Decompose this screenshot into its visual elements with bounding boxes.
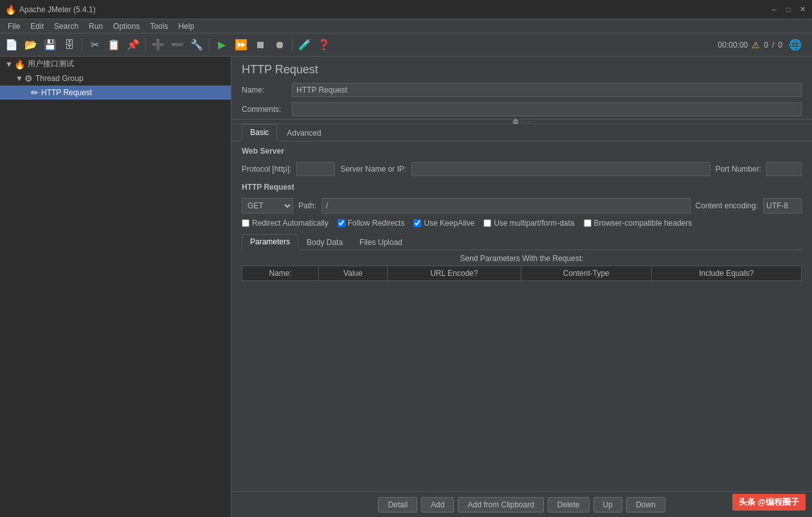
tab-advanced[interactable]: Advanced bbox=[278, 125, 329, 141]
down-button[interactable]: Down bbox=[626, 497, 665, 512]
copy-button[interactable]: 📋 bbox=[105, 36, 123, 54]
tabs-bar: Basic Advanced bbox=[231, 124, 812, 141]
col-include-equals: Include Equals? bbox=[651, 266, 801, 281]
tree-http-icon: ✏ bbox=[31, 87, 39, 98]
detail-button[interactable]: Detail bbox=[378, 497, 417, 512]
timer-value: 00:00:00 bbox=[718, 41, 748, 50]
start-button[interactable]: ▶ bbox=[213, 36, 231, 54]
tree-thread-group[interactable]: ▼ ⚙ Thread Group bbox=[0, 71, 231, 86]
title-bar: 🔥 Apache JMeter (5.4.1) ─ □ ✕ bbox=[0, 0, 812, 19]
follow-redirect-input[interactable] bbox=[338, 219, 345, 227]
resize-handle[interactable] bbox=[229, 57, 231, 517]
delete-button[interactable]: Delete bbox=[548, 497, 590, 512]
name-input[interactable] bbox=[292, 83, 802, 97]
redirect-auto-label: Redirect Automatically bbox=[252, 219, 329, 228]
sub-tab-files-upload[interactable]: Files Upload bbox=[351, 235, 411, 249]
left-panel: ▼ 🔥 用户接口测试 ▼ ⚙ Thread Group ✏ HTTP Reque… bbox=[0, 57, 231, 517]
menu-edit[interactable]: Edit bbox=[25, 21, 49, 32]
clear-button[interactable]: 🔧 bbox=[188, 36, 206, 54]
tree-thread-icon: ⚙ bbox=[24, 73, 33, 84]
use-keepalive-checkbox[interactable]: Use KeepAlive bbox=[413, 219, 474, 228]
minimize-button[interactable]: ─ bbox=[770, 5, 779, 14]
tab-basic[interactable]: Basic bbox=[242, 124, 277, 141]
save-as-button[interactable]: 🗄 bbox=[60, 36, 78, 54]
browser-compat-checkbox[interactable]: Browser-compatible headers bbox=[584, 219, 692, 228]
tree-expand-thread[interactable]: ▼ bbox=[15, 74, 23, 83]
shutdown-button[interactable]: ⏺ bbox=[271, 36, 289, 54]
use-multipart-checkbox[interactable]: Use multipart/form-data bbox=[483, 219, 574, 228]
tree-root-icon: 🔥 bbox=[14, 59, 25, 69]
maximize-button[interactable]: □ bbox=[784, 5, 793, 14]
tree-expand-root[interactable]: ▼ bbox=[5, 60, 13, 69]
redirect-auto-checkbox[interactable]: Redirect Automatically bbox=[242, 219, 329, 228]
basic-tab-content: Web Server Protocol [http]: Server Name … bbox=[231, 141, 812, 428]
browser-compat-label: Browser-compatible headers bbox=[594, 219, 692, 228]
path-input[interactable] bbox=[321, 198, 690, 213]
use-multipart-input[interactable] bbox=[483, 219, 491, 227]
col-url-encode: URL Encode? bbox=[387, 266, 521, 281]
close-button[interactable]: ✕ bbox=[798, 5, 807, 14]
menu-options[interactable]: Options bbox=[108, 21, 145, 32]
toolbar-sep-3 bbox=[209, 39, 210, 51]
sub-tabs-bar: Parameters Body Data Files Upload bbox=[242, 234, 802, 250]
paste-button[interactable]: 📌 bbox=[124, 36, 142, 54]
remove-button[interactable]: ➖ bbox=[168, 36, 186, 54]
counter-sep: / bbox=[772, 41, 774, 50]
col-name: Name: bbox=[242, 266, 319, 281]
arrow-up-icon bbox=[512, 118, 519, 122]
start-no-pauses-button[interactable]: ⏩ bbox=[232, 36, 250, 54]
tree-root[interactable]: ▼ 🔥 用户接口测试 bbox=[0, 57, 231, 71]
port-input[interactable] bbox=[766, 162, 802, 176]
menu-run[interactable]: Run bbox=[84, 21, 108, 32]
redirect-auto-input[interactable] bbox=[242, 219, 249, 227]
sub-tab-parameters[interactable]: Parameters bbox=[242, 234, 298, 250]
question-icon[interactable]: ❓ bbox=[315, 36, 333, 54]
follow-redirect-label: Follow Redirects bbox=[348, 219, 405, 228]
method-select[interactable]: GET POST PUT DELETE HEAD OPTIONS PATCH bbox=[242, 198, 293, 213]
right-panel: HTTP Request Name: Comments: ··· Basic A… bbox=[231, 57, 812, 517]
protocol-input[interactable] bbox=[296, 162, 335, 176]
save-button[interactable]: 💾 bbox=[41, 36, 59, 54]
panel-divider[interactable]: ··· bbox=[231, 119, 812, 124]
main-layout: ▼ 🔥 用户接口测试 ▼ ⚙ Thread Group ✏ HTTP Reque… bbox=[0, 57, 812, 517]
add-from-clipboard-button[interactable]: Add from Clipboard bbox=[458, 497, 543, 512]
table-empty-area bbox=[242, 281, 802, 422]
new-button[interactable]: 📄 bbox=[3, 36, 21, 54]
menu-help[interactable]: Help bbox=[173, 21, 199, 32]
app-icon: 🔥 bbox=[5, 5, 15, 15]
open-button[interactable]: 📂 bbox=[22, 36, 40, 54]
menu-file[interactable]: File bbox=[3, 21, 25, 32]
col-content-type: Content-Type bbox=[521, 266, 651, 281]
menu-tools[interactable]: Tools bbox=[145, 21, 173, 32]
server-label: Server Name or IP: bbox=[340, 165, 406, 174]
cut-button[interactable]: ✂ bbox=[86, 36, 104, 54]
add-button[interactable]: Add bbox=[421, 497, 454, 512]
section-title: HTTP Request bbox=[231, 57, 812, 80]
up-button[interactable]: Up bbox=[593, 497, 622, 512]
comments-input[interactable] bbox=[292, 102, 802, 116]
add-button[interactable]: ➕ bbox=[149, 36, 167, 54]
col-value: Value bbox=[319, 266, 388, 281]
warning-icon: ⚠ bbox=[752, 40, 760, 50]
window-title: Apache JMeter (5.4.1) bbox=[19, 5, 770, 14]
content-encoding-input[interactable] bbox=[763, 198, 802, 213]
use-keepalive-input[interactable] bbox=[413, 219, 421, 227]
comments-label: Comments: bbox=[242, 105, 287, 114]
tree-http-label: HTTP Request bbox=[41, 88, 92, 97]
server-input[interactable] bbox=[411, 162, 710, 176]
browser-compat-input[interactable] bbox=[584, 219, 591, 227]
protocol-label: Protocol [http]: bbox=[242, 165, 291, 174]
tree-http-request[interactable]: ✏ HTTP Request bbox=[0, 86, 231, 100]
stop-button[interactable]: ⏹ bbox=[251, 36, 269, 54]
menu-bar: File Edit Search Run Options Tools Help bbox=[0, 19, 812, 33]
toolbar-sep-2 bbox=[145, 39, 146, 51]
sub-tab-body-data[interactable]: Body Data bbox=[298, 235, 351, 249]
port-label: Port Number: bbox=[716, 165, 761, 174]
toolbar-sep-4 bbox=[292, 39, 293, 51]
http-request-label: HTTP Request bbox=[242, 183, 802, 192]
comments-row: Comments: bbox=[231, 100, 812, 119]
follow-redirect-checkbox[interactable]: Follow Redirects bbox=[338, 219, 405, 228]
menu-search[interactable]: Search bbox=[49, 21, 84, 32]
tree-root-label: 用户接口测试 bbox=[28, 59, 74, 69]
checkboxes-row: Redirect Automatically Follow Redirects … bbox=[242, 216, 802, 230]
